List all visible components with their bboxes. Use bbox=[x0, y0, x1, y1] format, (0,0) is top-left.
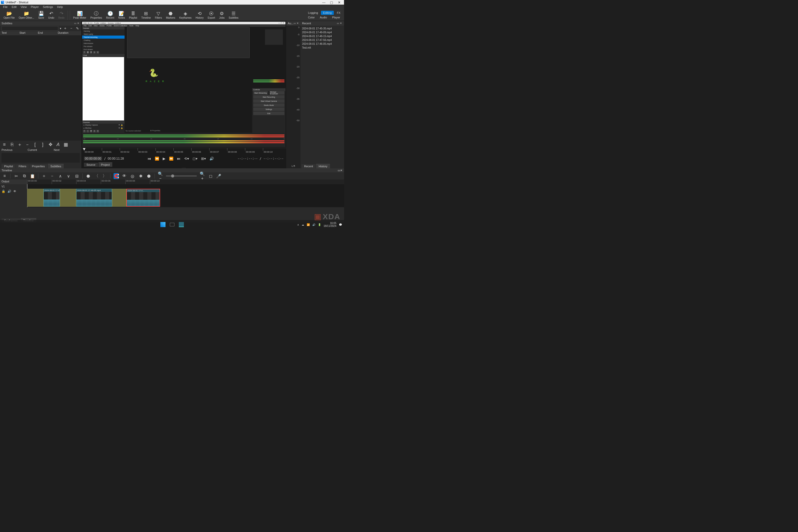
track-mute-icon[interactable]: 🔊 bbox=[7, 190, 11, 193]
layout-tab-logging[interactable]: Logging bbox=[306, 11, 320, 15]
subtitle-track-select[interactable] bbox=[2, 26, 58, 31]
sub-menu-icon[interactable]: ≡ bbox=[2, 142, 7, 147]
toolbar-recent-button[interactable]: 🕐Recent bbox=[104, 10, 116, 20]
tray-battery-icon[interactable]: 🔋 bbox=[318, 223, 321, 226]
panel-close-button[interactable]: ✕ bbox=[77, 22, 80, 24]
play-button[interactable]: ▶ bbox=[163, 156, 166, 160]
menu-help[interactable]: Help bbox=[55, 5, 65, 8]
recent-item[interactable]: Test.mlt bbox=[301, 46, 344, 50]
sub-move-icon[interactable]: ✥ bbox=[48, 142, 53, 147]
layout-tab-color[interactable]: Color bbox=[306, 15, 317, 19]
edit-subtitle-button[interactable]: ✎ bbox=[75, 26, 80, 31]
timeline-clip[interactable]: 2024-08-01 17-46-05.mp4 bbox=[76, 189, 112, 207]
zoom-button[interactable]: ◻▾ bbox=[193, 156, 197, 160]
close-button[interactable]: ✕ bbox=[335, 1, 343, 4]
menu-player[interactable]: Player bbox=[28, 5, 41, 8]
timecode-current[interactable]: 00:00:00:00 / 00:00:11:28 bbox=[84, 157, 124, 160]
recent-tab-recent[interactable]: Recent bbox=[302, 164, 316, 168]
timeline-clip[interactable]: 2024-08-01 17-4... bbox=[43, 189, 60, 207]
tray-volume-icon[interactable]: 🔊 bbox=[312, 223, 315, 226]
tl-ripple-all-icon[interactable]: ✱ bbox=[138, 174, 143, 178]
sub-add-icon[interactable]: ＋ bbox=[17, 141, 22, 148]
resize-handle[interactable]: ⋯⋯ bbox=[81, 167, 286, 168]
tl-scrub-icon[interactable]: 👁 bbox=[122, 174, 127, 178]
track-lock-icon[interactable]: 🔒 bbox=[2, 190, 5, 193]
tl-zoom-out-icon[interactable]: 🔍− bbox=[158, 171, 163, 181]
layout-tab-player[interactable]: Player bbox=[330, 15, 342, 19]
dropdown-icon[interactable]: ▾ bbox=[60, 27, 61, 30]
player-tab-project[interactable]: Project bbox=[98, 163, 112, 167]
menu-file[interactable]: File bbox=[1, 5, 10, 8]
loop-button[interactable]: ⟲▾ bbox=[184, 156, 189, 160]
forward-button[interactable]: ⏩ bbox=[169, 156, 173, 160]
volume-button[interactable]: 🔊 bbox=[209, 156, 214, 160]
tl-marker-icon[interactable]: ⬣ bbox=[86, 174, 91, 178]
menu-view[interactable]: View bbox=[19, 5, 29, 8]
preview-ruler[interactable]: 00:00:0000:00:0100:00:0200:00:0300:00:04… bbox=[81, 148, 286, 155]
panel-tab-playlist[interactable]: Playlist bbox=[2, 164, 16, 168]
panel-tab-subtitles[interactable]: Subtitles bbox=[48, 164, 64, 168]
tl-cut-icon[interactable]: ✂ bbox=[14, 174, 19, 178]
taskview-button[interactable] bbox=[169, 221, 176, 228]
toolbar-keyframes-button[interactable]: ◈Keyframes bbox=[177, 10, 194, 20]
menu-settings[interactable]: Settings bbox=[41, 5, 55, 8]
recent-float-button[interactable]: ▭ bbox=[336, 22, 339, 24]
tl-record-icon[interactable]: 🎤 bbox=[216, 174, 221, 178]
add-subtitle-button[interactable]: ＋ bbox=[63, 26, 68, 31]
tl-append-icon[interactable]: ＋ bbox=[41, 173, 46, 179]
toolbar-markers-button[interactable]: ⬣Markers bbox=[164, 10, 177, 20]
toolbar-export-button[interactable]: ⦿Export bbox=[206, 10, 217, 20]
timeline-gap[interactable] bbox=[112, 189, 126, 207]
tl-snap-icon[interactable]: 🧲 bbox=[114, 173, 119, 179]
tray-chevron-icon[interactable]: ∧ bbox=[297, 223, 299, 226]
timeline-close-button[interactable]: ✕ bbox=[340, 169, 342, 172]
tl-ripple-icon[interactable]: ◎ bbox=[130, 174, 135, 178]
timeline-gap[interactable] bbox=[60, 189, 76, 207]
toolbar-peakmeter-button[interactable]: 📊Peak Meter bbox=[71, 10, 88, 20]
toolbar-properties-button[interactable]: ⓘProperties bbox=[88, 10, 104, 20]
tl-zoom-fit-icon[interactable]: ◻ bbox=[208, 174, 213, 178]
timeline-gap[interactable] bbox=[27, 189, 43, 207]
start-button[interactable] bbox=[159, 221, 167, 228]
layout-tab-audio[interactable]: Audio bbox=[318, 15, 329, 19]
shotcut-taskbar-icon[interactable] bbox=[178, 221, 185, 228]
tl-lift-icon[interactable]: ∧ bbox=[58, 174, 63, 178]
toolbar-notes-button[interactable]: 📝Notes bbox=[116, 10, 127, 20]
toolbar-jobs-button[interactable]: ⚙Jobs bbox=[217, 10, 227, 20]
toolbar-filters-button[interactable]: ▽Filters bbox=[153, 10, 164, 20]
recent-item[interactable]: 2024-08-01 17-48-15.mp4 bbox=[301, 34, 344, 38]
timeline-output-label[interactable]: Output bbox=[0, 179, 27, 184]
taskbar-time[interactable]: 16:05 bbox=[324, 222, 336, 225]
toolbar-redo-button[interactable]: ↷Redo bbox=[56, 10, 66, 20]
toolbar-openfile-button[interactable]: 📂Open File bbox=[2, 10, 17, 20]
skip-next-button[interactable]: ⏭ bbox=[177, 156, 180, 160]
rewind-button[interactable]: ⏪ bbox=[155, 156, 159, 160]
layout-tab-fx[interactable]: FX bbox=[335, 11, 342, 15]
tl-prev-marker-icon[interactable]: 〈 bbox=[94, 173, 99, 179]
minimize-button[interactable]: — bbox=[320, 1, 328, 4]
tl-zoom-in-icon[interactable]: 🔍+ bbox=[200, 171, 205, 181]
recent-tab-history[interactable]: History bbox=[316, 164, 330, 168]
menu-edit[interactable]: Edit bbox=[10, 5, 19, 8]
layout-tab-editing[interactable]: Editing bbox=[321, 11, 334, 15]
tray-onedrive-icon[interactable]: ☁ bbox=[302, 223, 304, 226]
video-preview[interactable]: OBS 30.2.0 - Profile: Untitled - Scenes:… bbox=[82, 22, 285, 147]
tl-overwrite-icon[interactable]: ∨ bbox=[66, 174, 71, 178]
tl-zoom-slider[interactable] bbox=[166, 175, 197, 176]
toolbar-save-button[interactable]: 💾Save bbox=[36, 10, 46, 20]
sub-import-icon[interactable]: ⎘ bbox=[9, 142, 15, 147]
tl-menu-icon[interactable]: ≡ bbox=[2, 174, 7, 178]
tray-notification-icon[interactable]: 💬 bbox=[339, 223, 342, 226]
toolbar-undo-button[interactable]: ↶Undo bbox=[46, 10, 56, 20]
recent-item[interactable]: 2024-08-01 17-49-09.mp4 bbox=[301, 31, 344, 34]
toolbar-timeline-button[interactable]: ⊞Timeline bbox=[139, 10, 153, 20]
timeline-float-button[interactable]: ▭ bbox=[338, 169, 340, 172]
timeline-clip[interactable]: 2024-08-01 17-4... bbox=[126, 189, 160, 207]
toolbar-history-button[interactable]: ⟲History bbox=[194, 10, 206, 20]
taskbar-date[interactable]: 18/11/2024 bbox=[324, 225, 336, 227]
tl-copy-icon[interactable]: ⧉ bbox=[22, 174, 27, 178]
skip-prev-button[interactable]: ⏮ bbox=[148, 156, 151, 160]
audio-float-button[interactable]: ▭ bbox=[293, 22, 297, 24]
toolbar-openother-button[interactable]: 📁Open Other... bbox=[17, 10, 36, 20]
tl-split-icon[interactable]: ⊟ bbox=[74, 174, 79, 178]
